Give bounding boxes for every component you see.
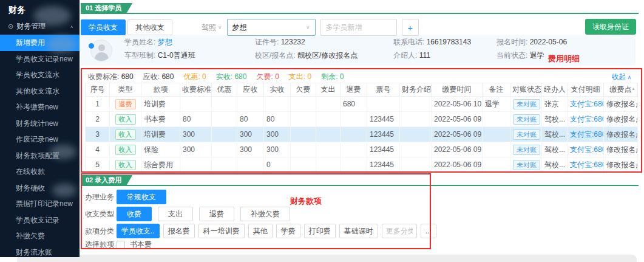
- cell-operator: 驾校...: [542, 112, 568, 127]
- sidebar-item[interactable]: 票据打印记录new: [0, 196, 80, 212]
- payment-detail-link[interactable]: 支付宝:680: [570, 115, 604, 123]
- table-row[interactable]: 3收入培训费3003003001234452022-05-06 09:35未对账…: [86, 127, 638, 142]
- cell-seq: 5: [86, 157, 110, 173]
- student-name-link[interactable]: 梦想: [158, 38, 172, 46]
- business-buttons: 常规收支: [117, 190, 166, 204]
- student-select[interactable]: 梦想 ∨: [227, 19, 316, 36]
- column-header: 备注: [483, 83, 510, 97]
- category-button[interactable]: 科一培训费: [198, 224, 245, 238]
- table-row[interactable]: 2收入书本费8080801234452022-05-06 09:35未对账驾校.…: [86, 112, 638, 127]
- cell-remark: [483, 157, 510, 173]
- payment-detail-link[interactable]: 支付宝:680: [570, 145, 604, 154]
- paytype-button[interactable]: 支出: [158, 207, 193, 221]
- paytype-button[interactable]: 补缴欠费: [240, 207, 290, 221]
- add-student-button[interactable]: +: [402, 19, 419, 36]
- sidebar-item[interactable]: 财务统计new: [0, 115, 80, 132]
- summary-item: 剩余: 0: [321, 72, 344, 82]
- sidebar-group-finance-management[interactable]: ⊙ 财务管理 ∧: [0, 17, 80, 35]
- sidebar-item[interactable]: 学员收支流水: [0, 67, 80, 83]
- sidebar-item[interactable]: 在线收款: [0, 164, 80, 180]
- cell-item: 综合费用: [141, 157, 180, 173]
- more-categories-button[interactable]: ...: [421, 224, 436, 238]
- cell-arrears: [291, 97, 316, 112]
- sidebar-item[interactable]: 财务款项配置: [0, 148, 80, 164]
- sidebar-item[interactable]: 财务确收: [0, 180, 80, 196]
- sidebar-item[interactable]: 其他收支流水: [0, 83, 80, 100]
- paytype-label: 收支类型: [85, 209, 117, 219]
- category-button[interactable]: 学员收支..: [117, 224, 160, 238]
- student-field: 报名时间: 2022-05-06: [497, 37, 636, 50]
- fee-item-checkbox[interactable]: [117, 241, 125, 249]
- status-tag: 未对账: [513, 114, 540, 125]
- cell-arrears: [291, 127, 316, 142]
- scroll-down-icon[interactable]: ▼: [631, 162, 636, 166]
- table-row[interactable]: 4收入保险3003003001234452022-05-06 09:35未对账驾…: [86, 142, 638, 157]
- cell-payment: 支付宝:680: [568, 142, 604, 157]
- cell-payment: 支付宝:680: [568, 127, 604, 142]
- collapse-link[interactable]: 收起∧: [611, 72, 631, 82]
- table-row[interactable]: 5收入综合费用01234452022-05-06 09:35未对账驾校...支付…: [86, 157, 638, 173]
- cell-fin_referrer: [400, 112, 432, 127]
- cell-point: 修改报名点: [604, 142, 638, 157]
- category-button[interactable]: 报名费: [163, 224, 195, 238]
- scope-tab[interactable]: 学员收支: [81, 19, 126, 35]
- license-filter[interactable]: 驾照 ∨: [202, 22, 222, 33]
- paytype-button[interactable]: 退费: [199, 207, 234, 221]
- sidebar-item[interactable]: 作废记录new: [0, 131, 80, 148]
- category-button[interactable]: 打印费: [304, 224, 336, 238]
- payment-detail-link[interactable]: 支付宝:680: [570, 160, 604, 169]
- cell-expense: [316, 97, 341, 112]
- cell-seq: 2: [86, 112, 110, 127]
- multi-student-input[interactable]: [320, 19, 397, 36]
- category-button[interactable]: 基础课时: [339, 224, 378, 238]
- cell-item: 书本费: [141, 112, 180, 127]
- field-value: 退学: [530, 51, 544, 60]
- scope-tab[interactable]: 其他收支: [127, 19, 172, 35]
- cell-fin_referrer: [400, 157, 432, 173]
- summary-item: 支出: 0: [289, 72, 311, 82]
- column-header: 实收: [264, 83, 291, 97]
- read-id-card-button[interactable]: 读取身份证: [585, 19, 636, 35]
- cell-time: 2022-05-06 09:35: [432, 112, 483, 127]
- column-header: 支出: [316, 83, 341, 97]
- cell-item: 培训费: [141, 97, 180, 112]
- table-row[interactable]: 1退费培训费6802022-05-06 10:46退学未对账张京支付宝:680修…: [86, 97, 638, 112]
- summary-item: 实收: 680: [216, 72, 247, 82]
- fee-item-checkbox-label: 书本费: [130, 240, 152, 250]
- cell-operator: 驾校...: [542, 157, 568, 173]
- cell-ticket: 123445: [367, 157, 400, 173]
- more-category-input[interactable]: [382, 224, 417, 238]
- paytype-button[interactable]: 收费: [117, 207, 152, 221]
- cell-status: 未对账: [510, 112, 542, 127]
- avatar[interactable]: [90, 40, 112, 61]
- sidebar-item[interactable]: 学员收支记录: [0, 212, 80, 229]
- student-field: 校区/报名点: 靓校区/修改报名点: [255, 50, 393, 64]
- cell-ticket: 123445: [367, 142, 400, 157]
- cell-expense: [316, 127, 341, 142]
- sidebar-item[interactable]: 新增费用: [0, 35, 80, 51]
- business-type-button[interactable]: 常规收支: [117, 190, 166, 204]
- payment-detail-link[interactable]: 支付宝:680: [570, 130, 604, 139]
- field-label: 介绍人:: [393, 51, 419, 60]
- cell-status: 未对账: [510, 127, 542, 142]
- cell-ticket: [367, 97, 400, 112]
- category-button[interactable]: 学费: [276, 224, 300, 238]
- scroll-up-icon[interactable]: ▲: [631, 86, 636, 91]
- sidebar-item[interactable]: 学员收支记录new: [0, 51, 80, 67]
- payment-detail-link[interactable]: 支付宝:680: [570, 100, 604, 108]
- category-buttons: 学员收支..报名费科一培训费其他学费打印费基础课时: [117, 224, 378, 238]
- cell-discount: [212, 97, 237, 112]
- sidebar-item[interactable]: 补考缴费new: [0, 99, 80, 115]
- sidebar-group-label: 财务管理: [16, 21, 46, 32]
- field-label: 证件号:: [255, 38, 281, 46]
- column-header: 款项: [141, 83, 180, 97]
- next-panel-edge: [17, 255, 637, 262]
- category-button[interactable]: 其他: [248, 224, 273, 238]
- cell-remark: [483, 112, 510, 127]
- student-field: 学员姓名: 梦想: [124, 37, 255, 50]
- sidebar-item[interactable]: 补缴欠费: [0, 228, 80, 244]
- type-tag: 收入: [115, 160, 136, 170]
- cell-time: 2022-05-06 09:35: [432, 157, 483, 173]
- sidebar-item[interactable]: 财务流水账: [0, 244, 80, 261]
- category-row: 款项分类 学员收支..报名费科一培训费其他学费打印费基础课时 ...: [85, 224, 436, 238]
